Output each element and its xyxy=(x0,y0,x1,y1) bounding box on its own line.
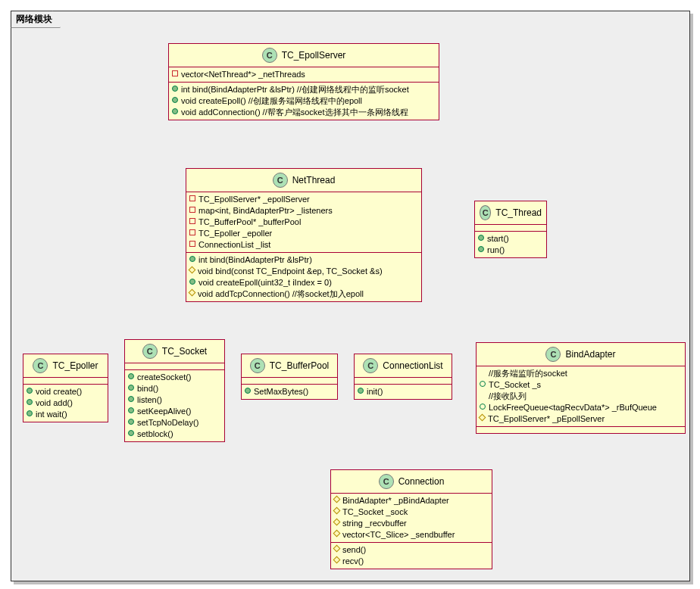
method: start() xyxy=(478,233,543,245)
class-tc-epollserver: C TC_EpollServer vector<NetThread*> _net… xyxy=(168,43,439,120)
class-icon: C xyxy=(250,358,265,373)
method: setTcpNoDelay() xyxy=(128,417,221,429)
field: BindAdapter* _pBindAdapter xyxy=(334,495,489,506)
field: LockFreeQueue<tagRecvData*> _rBufQueue xyxy=(480,402,682,413)
class-tc-socket: C TC_Socket createSocket() bind() listen… xyxy=(124,339,225,442)
class-name: TC_EpollServer xyxy=(282,50,346,61)
method: init() xyxy=(358,386,448,397)
class-tc-thread: C TC_Thread start() run() xyxy=(474,201,547,258)
class-header: C TC_Socket xyxy=(125,340,224,363)
field: string _recvbuffer xyxy=(334,518,489,529)
field: TC_EpollServer* _epollServer xyxy=(189,194,418,205)
method: void createEpoll(uint32_t iIndex = 0) xyxy=(189,277,418,288)
class-tc-epoller: C TC_Epoller void create() void add() in… xyxy=(23,354,108,422)
method: setKeepAlive() xyxy=(128,406,221,417)
field: TC_Epoller _epoller xyxy=(189,228,418,239)
class-name: TC_Epoller xyxy=(52,360,98,371)
method: setblock() xyxy=(128,429,221,440)
method: void addTcpConnection() //将socket加入epoll xyxy=(189,288,418,300)
method: listen() xyxy=(128,394,221,406)
class-header: C ConnectionList xyxy=(355,354,452,378)
class-name: TC_Thread xyxy=(495,207,542,218)
class-name: ConnectionList xyxy=(383,360,442,371)
field: //接收队列 xyxy=(480,391,682,402)
class-icon: C xyxy=(33,358,48,373)
method: int wait() xyxy=(27,409,105,420)
class-header: C TC_BufferPool xyxy=(242,354,337,378)
class-icon: C xyxy=(363,358,378,373)
class-icon: C xyxy=(379,474,394,489)
class-icon: C xyxy=(262,48,277,63)
class-name: TC_Socket xyxy=(162,346,207,357)
class-icon: C xyxy=(142,344,158,359)
class-name: NetThread xyxy=(292,175,336,185)
class-header: C Connection xyxy=(331,470,492,494)
fields-section: BindAdapter* _pBindAdapter TC_Socket _so… xyxy=(331,494,492,543)
package-title: 网络模块 xyxy=(11,11,61,28)
class-header: C TC_Thread xyxy=(475,201,546,225)
field: TC_BufferPool* _bufferPool xyxy=(189,217,418,228)
field: TC_Socket _sock xyxy=(334,506,489,518)
class-icon: C xyxy=(545,347,561,362)
method: bind() xyxy=(128,383,221,394)
methods-section: SetMaxBytes() xyxy=(242,385,337,399)
field: map<int, BindAdapterPtr> _listeners xyxy=(189,205,418,217)
class-header: C NetThread xyxy=(186,169,421,192)
fields-section: TC_EpollServer* _epollServer map<int, Bi… xyxy=(186,192,421,253)
field: ConnectionList _list xyxy=(189,239,418,251)
class-tc-bufferpool: C TC_BufferPool SetMaxBytes() xyxy=(241,354,338,400)
class-header: C TC_Epoller xyxy=(23,354,108,378)
methods-section: int bind(BindAdapterPtr &lsPtr) void bin… xyxy=(186,253,421,301)
method: int bind(BindAdapterPtr &lsPtr) //创建网络线程… xyxy=(172,84,436,95)
methods-section: send() recv() xyxy=(331,543,492,569)
method: void addConnection() //帮客户端socket选择其中一条网… xyxy=(172,107,436,118)
methods-section: void create() void add() int wait() xyxy=(23,385,108,422)
class-name: TC_BufferPool xyxy=(270,360,330,371)
methods-section: init() xyxy=(355,385,452,399)
class-name: Connection xyxy=(398,476,445,487)
class-icon: C xyxy=(480,205,491,220)
method: void create() xyxy=(27,386,105,397)
field: TC_Socket _s xyxy=(480,379,682,391)
method: void add() xyxy=(27,397,105,409)
methods-section: int bind(BindAdapterPtr &lsPtr) //创建网络线程… xyxy=(169,83,439,120)
fields-section: vector<NetThread*> _netThreads xyxy=(169,67,439,83)
class-icon: C xyxy=(273,173,288,188)
uml-diagram: 网络模块 C TC_EpollServer vector<NetThread*>… xyxy=(0,0,700,589)
method: int bind(BindAdapterPtr &lsPtr) xyxy=(189,254,418,266)
method: recv() xyxy=(334,556,489,567)
class-netthread: C NetThread TC_EpollServer* _epollServer… xyxy=(186,168,422,302)
fields-section: //服务端监听的socket TC_Socket _s //接收队列 LockF… xyxy=(477,366,685,427)
class-header: C BindAdapter xyxy=(477,343,685,366)
methods-section: start() run() xyxy=(475,232,546,257)
class-header: C TC_EpollServer xyxy=(169,44,439,67)
class-connection: C Connection BindAdapter* _pBindAdapter … xyxy=(330,469,492,569)
method: void createEpoll() //创建服务端网络线程中的epoll xyxy=(172,95,436,107)
class-bindadapter: C BindAdapter //服务端监听的socket TC_Socket _… xyxy=(476,342,686,434)
field: vector<NetThread*> _netThreads xyxy=(172,69,436,80)
method: SetMaxBytes() xyxy=(245,386,334,397)
class-name: BindAdapter xyxy=(565,349,615,360)
method: run() xyxy=(478,245,543,256)
methods-section: createSocket() bind() listen() setKeepAl… xyxy=(125,370,224,441)
method: createSocket() xyxy=(128,372,221,383)
class-connectionlist: C ConnectionList init() xyxy=(354,354,452,400)
method: send() xyxy=(334,544,489,556)
field: vector<TC_Slice> _sendbuffer xyxy=(334,529,489,541)
field: //服务端监听的socket xyxy=(480,368,682,379)
field: TC_EpollServer* _pEpollServer xyxy=(480,413,682,425)
method: void bind(const TC_Endpoint &ep, TC_Sock… xyxy=(189,266,418,277)
